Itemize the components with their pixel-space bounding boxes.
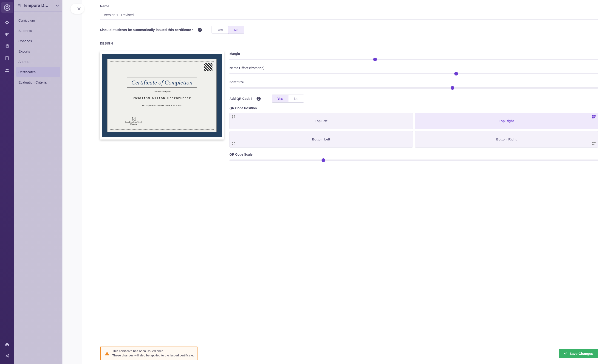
svg-rect-2 <box>232 115 233 117</box>
chevron-down-icon <box>55 4 59 8</box>
cert-name: Rosalind Wilton Oberbrunner <box>133 96 191 100</box>
auto-issue-label: Should students be automatically issued … <box>100 28 193 32</box>
close-drawer-button[interactable] <box>70 4 84 14</box>
qr-preview <box>204 63 213 71</box>
svg-rect-13 <box>234 144 235 144</box>
svg-rect-15 <box>594 142 596 143</box>
close-icon <box>77 7 81 11</box>
name-label: Name <box>100 4 598 8</box>
help-icon[interactable]: ? <box>198 28 202 32</box>
svg-rect-9 <box>594 117 595 118</box>
course-selector[interactable]: Tempora D… <box>14 0 62 12</box>
help-icon[interactable]: ? <box>256 97 261 101</box>
svg-rect-14 <box>592 142 594 143</box>
svg-rect-11 <box>234 142 235 143</box>
svg-rect-5 <box>234 117 235 118</box>
qrscale-label: QR Code Scale <box>229 153 598 156</box>
drawer-footer: This certificate has been issued once. T… <box>82 343 616 364</box>
svg-rect-16 <box>592 144 594 145</box>
alert-line1: This certificate has been issued once. <box>112 349 194 353</box>
margin-label: Margin <box>229 52 598 55</box>
qrpos-bottom-left[interactable]: Bottom Left <box>229 131 413 148</box>
rail-home-icon[interactable] <box>2 340 12 349</box>
alert-line2: These changes will also be applied to th… <box>112 353 194 358</box>
auto-issue-toggle: Yes No <box>212 26 244 34</box>
svg-rect-12 <box>232 144 233 145</box>
sidebar-item-curriculum[interactable]: Curriculum <box>16 16 60 25</box>
check-icon <box>564 351 568 355</box>
design-header: DESIGN <box>100 41 598 47</box>
svg-rect-4 <box>232 117 233 118</box>
svg-rect-18 <box>107 353 107 354</box>
addqr-label: Add QR Code? <box>229 97 253 101</box>
save-button[interactable]: Save Changes <box>559 349 598 358</box>
sidebar-item-coaches[interactable]: Coaches <box>16 36 60 46</box>
svg-rect-19 <box>107 355 107 355</box>
certificate-drawer: Name Should students be automatically is… <box>82 0 616 364</box>
cert-footer: has completed an awesome course in our s… <box>142 104 182 106</box>
sidebar-item-students[interactable]: Students <box>16 26 60 35</box>
qr-icon <box>592 115 596 118</box>
main: Name Should students be automatically is… <box>63 0 616 364</box>
sidebar: Tempora D… Curriculum Students Coaches E… <box>14 0 63 364</box>
qr-icon <box>232 115 235 118</box>
offset-slider[interactable] <box>229 73 598 74</box>
sidebar-item-exports[interactable]: Exports <box>16 47 60 56</box>
course-name: Tempora D… <box>23 3 48 8</box>
svg-rect-6 <box>592 115 594 117</box>
sidebar-item-certificates[interactable]: Certificates <box>16 67 60 77</box>
sidebar-item-evaluation[interactable]: Evaluation Criteria <box>16 78 60 87</box>
issued-warning: This certificate has been issued once. T… <box>100 347 198 360</box>
qr-icon <box>232 142 235 145</box>
svg-rect-7 <box>594 115 596 117</box>
svg-rect-17 <box>594 144 595 144</box>
qr-icon <box>592 142 596 145</box>
rail-book-icon[interactable] <box>2 54 12 63</box>
fontsize-slider[interactable] <box>229 87 598 89</box>
svg-point-1 <box>6 6 8 9</box>
fontsize-label: Font Size <box>229 80 598 84</box>
icon-rail <box>0 0 14 364</box>
addqr-toggle: Yes No <box>272 95 304 103</box>
qrpos-bottom-right[interactable]: Bottom Right <box>415 131 598 148</box>
cert-subtitle: This is to certify that <box>153 91 171 93</box>
addqr-yes[interactable]: Yes <box>272 95 289 103</box>
design-controls: Margin Name Offset (from top) Font Size … <box>229 52 598 167</box>
rail-teach-icon[interactable] <box>2 30 12 39</box>
svg-rect-3 <box>234 115 235 117</box>
rail-logout-icon[interactable] <box>2 351 12 361</box>
svg-rect-8 <box>592 117 594 118</box>
qrscale-slider[interactable] <box>229 159 598 161</box>
svg-rect-10 <box>232 142 233 143</box>
auto-issue-yes[interactable]: Yes <box>212 26 228 34</box>
cert-signature: Jd John Doe, Head Coach Manager <box>125 117 142 125</box>
rail-settings-icon[interactable] <box>2 42 12 51</box>
qrpos-label: QR Code Position <box>229 106 598 110</box>
margin-slider[interactable] <box>229 59 598 60</box>
qrpos-top-right[interactable]: Top Right <box>415 113 598 129</box>
offset-label: Name Offset (from top) <box>229 66 598 70</box>
logo-icon <box>4 4 11 11</box>
certificate-name-input[interactable] <box>100 10 598 20</box>
rail-preview-icon[interactable] <box>2 18 12 27</box>
sidebar-item-authors[interactable]: Authors <box>16 57 60 66</box>
certificate-preview: Certificate of Completion This is to cer… <box>100 52 224 140</box>
app-logo[interactable] <box>1 2 13 13</box>
warning-icon <box>105 351 109 356</box>
auto-issue-no[interactable]: No <box>228 26 244 34</box>
addqr-no[interactable]: No <box>288 95 304 102</box>
book-icon <box>17 4 21 8</box>
sidebar-list: Curriculum Students Coaches Exports Auth… <box>14 12 62 91</box>
qrpos-top-left[interactable]: Top Left <box>229 113 413 129</box>
rail-users-icon[interactable] <box>2 66 12 75</box>
cert-title: Certificate of Completion <box>127 78 197 88</box>
